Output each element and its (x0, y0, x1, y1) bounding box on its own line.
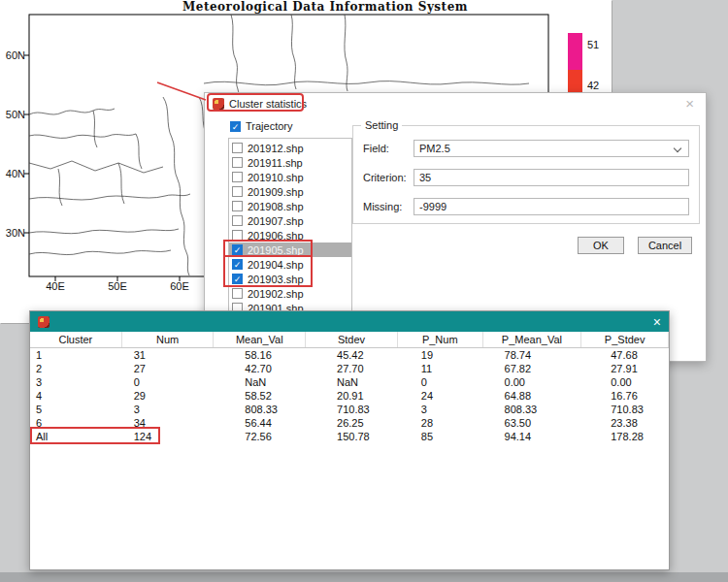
table-cell: NaN (306, 375, 398, 389)
table-cell: NaN (214, 375, 306, 389)
criterion-input[interactable] (414, 169, 689, 186)
file-label: 201906.shp (248, 230, 304, 242)
table-cell: 34 (122, 416, 215, 430)
column-header-p_num[interactable]: P_Num (398, 332, 483, 347)
table-cell: 4 (30, 389, 122, 403)
dialog-titlebar[interactable]: Cluster statistics (213, 98, 307, 110)
table-cell: 27.70 (306, 362, 398, 375)
table-row: 22742.7027.701167.8227.91 (30, 362, 669, 375)
table-cell: 67.82 (483, 362, 582, 375)
table-cell: 42.70 (214, 362, 306, 375)
trajectory-file-list[interactable]: 201912.shp201911.shp201910.shp201909.shp… (228, 138, 352, 318)
table-row: 30NaNNaN00.000.00 (30, 375, 669, 389)
field-select[interactable]: PM2.5 (414, 140, 689, 157)
table-cell: 78.74 (483, 348, 582, 362)
file-checkbox[interactable] (232, 157, 243, 168)
file-label: 201912.shp (248, 143, 304, 154)
column-header-cluster[interactable]: Cluster (30, 332, 122, 347)
file-checkbox[interactable] (232, 288, 243, 299)
table-cell: 0 (398, 375, 483, 389)
table-cell: 72.56 (214, 430, 306, 443)
file-item-201909[interactable]: 201909.shp (229, 184, 351, 199)
file-label: 201905.shp (248, 244, 304, 256)
table-cell: 0.00 (483, 375, 582, 389)
file-item-201908[interactable]: 201908.shp (229, 199, 351, 213)
table-cell: 19 (398, 348, 483, 362)
file-item-201910[interactable]: 201910.shp (229, 170, 351, 184)
table-cell: 29 (122, 389, 215, 403)
trajectory-checkbox[interactable]: ✓ (230, 121, 241, 132)
cancel-button[interactable]: Cancel (638, 237, 692, 254)
file-checkbox[interactable]: ✓ (232, 259, 243, 270)
table-cell: 710.83 (581, 403, 669, 416)
dialog-close-icon[interactable]: × (685, 96, 694, 111)
table-cell: 58.52 (214, 389, 306, 403)
table-cell: 94.14 (483, 430, 582, 443)
file-item-201911[interactable]: 201911.shp (229, 155, 351, 170)
file-checkbox[interactable] (232, 186, 243, 197)
table-header-row: ClusterNumMean_ValStdevP_NumP_Mean_ValP_… (30, 332, 669, 348)
trajectory-checkbox-row[interactable]: ✓ Trajectory (230, 120, 293, 132)
column-header-mean_val[interactable]: Mean_Val (214, 332, 306, 347)
stats-window-close-icon[interactable]: × (653, 315, 661, 329)
table-cell: 64.88 (483, 389, 582, 403)
y-tick-label: 60N (6, 49, 25, 61)
ok-button[interactable]: OK (578, 237, 624, 254)
file-checkbox[interactable] (232, 230, 243, 241)
taskbar (0, 572, 728, 582)
file-item-201912[interactable]: 201912.shp (229, 141, 351, 155)
file-item-201903[interactable]: ✓201903.shp (229, 272, 351, 286)
table-cell: 47.68 (581, 348, 669, 362)
file-label: 201911.shp (248, 157, 303, 169)
table-cell: 3 (30, 375, 122, 389)
table-cell: 178.28 (581, 430, 669, 443)
table-cell: 24 (398, 389, 483, 403)
missing-input[interactable] (414, 198, 689, 215)
missing-label: Missing: (363, 201, 414, 212)
file-checkbox[interactable]: ✓ (232, 244, 243, 255)
table-cell: 0.00 (581, 375, 669, 389)
column-header-p_stdev[interactable]: P_Stdev (581, 332, 669, 347)
table-cell: 2 (30, 362, 122, 375)
file-item-201905[interactable]: ✓201905.shp (229, 242, 351, 257)
column-header-stdev[interactable]: Stdev (306, 332, 398, 347)
table-cell: 23.38 (581, 416, 669, 430)
file-item-201902[interactable]: 201902.shp (229, 286, 351, 301)
file-label: 201910.shp (248, 172, 304, 183)
table-cell: 27.91 (581, 362, 669, 375)
chevron-down-icon (674, 145, 681, 152)
file-checkbox[interactable]: ✓ (232, 274, 243, 284)
file-checkbox[interactable] (232, 215, 243, 226)
table-cell: 45.42 (306, 348, 398, 362)
table-row: 53808.33710.833808.33710.83 (30, 403, 669, 416)
file-checkbox[interactable] (232, 143, 243, 153)
file-item-201904[interactable]: ✓201904.shp (229, 257, 351, 272)
file-checkbox[interactable] (232, 172, 243, 182)
stats-window-titlebar[interactable]: × (30, 311, 669, 332)
column-header-p_mean_val[interactable]: P_Mean_Val (483, 332, 582, 347)
file-label: 201909.shp (248, 186, 304, 198)
table-cell: 20.91 (306, 389, 398, 403)
dialog-title: Cluster statistics (229, 98, 307, 110)
table-cell: 3 (122, 403, 215, 416)
file-label: 201903.shp (248, 274, 304, 285)
setting-group: Setting Field: PM2.5 Criterion: Missing: (352, 125, 700, 224)
field-row: Field: PM2.5 (363, 140, 689, 157)
table-cell: 808.33 (483, 403, 582, 416)
colorbar-label: 51 (587, 39, 599, 50)
table-cell: 3 (398, 403, 483, 416)
table-cell: All (30, 430, 122, 443)
column-header-num[interactable]: Num (122, 332, 215, 347)
file-item-201907[interactable]: 201907.shp (229, 213, 351, 228)
table-cell: 56.44 (214, 416, 306, 430)
table-cell: 150.78 (306, 430, 398, 443)
setting-group-label: Setting (361, 119, 402, 131)
table-cell: 58.16 (214, 348, 306, 362)
colorbar-segment-51 (568, 33, 582, 70)
x-tick-label: 40E (46, 280, 65, 292)
table-cell: 124 (122, 430, 215, 443)
app-icon (213, 98, 224, 110)
file-label: 201907.shp (248, 215, 304, 227)
file-item-201906[interactable]: 201906.shp (229, 228, 351, 242)
file-checkbox[interactable] (232, 201, 243, 211)
